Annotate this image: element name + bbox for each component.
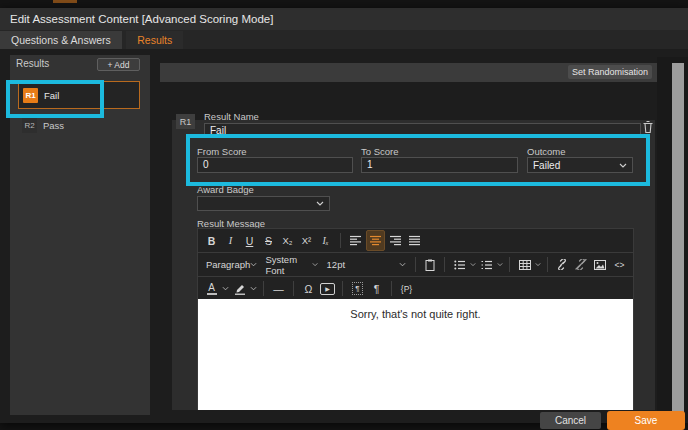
editor-toolbar-row-3: A — Ω ▶ ¶ ¶ {P} <box>198 277 633 301</box>
text-color-icon[interactable]: A <box>203 279 220 298</box>
insert-media-icon[interactable]: ▶ <box>319 279 336 298</box>
paragraph-mark-icon[interactable]: ¶ <box>368 279 385 298</box>
cancel-button[interactable]: Cancel <box>540 412 601 429</box>
remove-link-icon[interactable] <box>573 255 590 274</box>
numbered-list-icon[interactable] <box>478 255 495 274</box>
toolbar-separator <box>547 257 548 272</box>
set-randomisation-button[interactable]: Set Randomisation <box>568 65 652 79</box>
placeholder-token-icon[interactable]: {P} <box>398 279 415 298</box>
font-family-value: System Font <box>265 254 312 276</box>
text-color-bar <box>207 293 217 295</box>
align-left-icon[interactable] <box>347 231 364 250</box>
font-size-value: 12pt <box>327 259 346 270</box>
editor-content-area[interactable]: Sorry, that's not quite right. <box>198 299 633 410</box>
chevron-down-icon <box>470 262 476 267</box>
tab-questions-answers[interactable]: Questions & Answers <box>0 31 122 50</box>
toolbar-separator <box>342 281 343 296</box>
italic-icon[interactable]: I <box>222 231 239 250</box>
special-character-icon[interactable]: Ω <box>300 279 317 298</box>
paste-icon[interactable] <box>421 255 438 274</box>
chevron-down-icon <box>312 262 318 267</box>
annotation-highlight-result-item <box>6 80 104 118</box>
bullet-list-icon[interactable] <box>451 255 468 274</box>
chevron-down-icon <box>497 262 503 267</box>
chevron-down-icon <box>316 201 324 206</box>
chevron-down-icon <box>222 286 229 291</box>
pilcrow-glyph: ¶ <box>352 282 362 295</box>
result-item-label: Pass <box>43 120 64 131</box>
dialog-title: Edit Assessment Content [Advanced Scorin… <box>0 8 688 30</box>
tab-bar: Questions & Answers Results <box>0 30 688 49</box>
align-right-icon[interactable] <box>387 231 404 250</box>
result-card-badge: R1 <box>176 114 195 129</box>
background-artifact <box>53 0 77 3</box>
result-message-text: Sorry, that's not quite right. <box>198 299 633 320</box>
chevron-down-icon <box>399 262 406 267</box>
toolbar-separator <box>340 233 341 248</box>
insert-link-icon[interactable] <box>554 255 571 274</box>
align-justify-icon[interactable] <box>406 231 423 250</box>
paragraph-style-value: Paragraph <box>206 259 250 270</box>
insert-image-icon[interactable] <box>592 255 609 274</box>
main-header-bar: Set Randomisation <box>160 63 657 82</box>
paragraph-style-select[interactable]: Paragraph <box>203 255 260 274</box>
annotation-highlight-score-fields <box>186 134 650 186</box>
edit-assessment-dialog: Edit Assessment Content [Advanced Scorin… <box>0 8 688 423</box>
save-button[interactable]: Save <box>607 411 685 430</box>
clear-formatting-icon[interactable]: Iₓ <box>317 231 334 250</box>
toolbar-separator <box>263 281 264 296</box>
chevron-down-icon <box>535 262 541 267</box>
add-result-button[interactable]: + Add <box>97 58 140 71</box>
show-invisibles-icon[interactable]: ¶ <box>349 279 366 298</box>
vertical-scrollbar[interactable] <box>672 63 684 415</box>
result-badge-r2: R2 <box>22 118 37 133</box>
chevron-down-icon <box>250 286 257 291</box>
align-center-icon[interactable] <box>366 230 385 251</box>
tab-results[interactable]: Results <box>126 31 183 50</box>
award-badge-select[interactable] <box>197 196 330 211</box>
result-message-editor: B I U S X₂ X² Iₓ Paragraph <box>197 228 634 410</box>
result-name-label: Result Name <box>204 111 259 122</box>
toolbar-separator <box>509 257 510 272</box>
toolbar-separator <box>391 281 392 296</box>
table-icon[interactable] <box>516 255 533 274</box>
highlight-color-icon[interactable] <box>231 279 248 298</box>
font-family-select[interactable]: System Font <box>262 255 321 274</box>
editor-toolbar-row-1: B I U S X₂ X² Iₓ <box>198 229 633 253</box>
horizontal-rule-icon[interactable]: — <box>270 279 287 298</box>
superscript-icon[interactable]: X² <box>298 231 315 250</box>
toolbar-separator <box>415 257 416 272</box>
chevron-down-icon <box>250 262 257 267</box>
strikethrough-icon[interactable]: S <box>260 231 277 250</box>
source-code-icon[interactable]: <> <box>611 255 628 274</box>
bold-icon[interactable]: B <box>203 231 220 250</box>
toolbar-separator <box>293 281 294 296</box>
toolbar-separator <box>444 257 445 272</box>
subscript-icon[interactable]: X₂ <box>279 231 296 250</box>
results-sidebar-header: Results <box>16 58 49 69</box>
text-color-letter: A <box>208 283 215 292</box>
editor-toolbar-row-2: Paragraph System Font 12pt <box>198 253 633 277</box>
font-size-select[interactable]: 12pt <box>324 255 409 274</box>
underline-icon[interactable]: U <box>241 231 258 250</box>
